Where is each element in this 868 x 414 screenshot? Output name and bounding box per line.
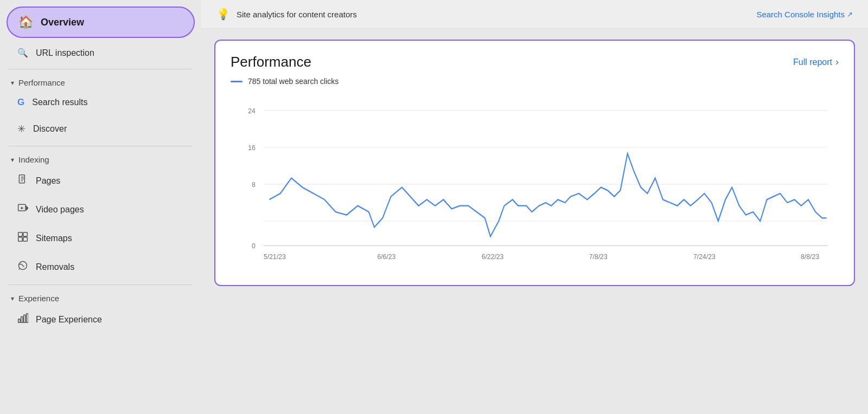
svg-text:8: 8 xyxy=(252,180,256,189)
sidebar-item-search-results[interactable]: G Search results xyxy=(7,90,195,114)
svg-text:6/6/23: 6/6/23 xyxy=(377,253,395,261)
video-pages-label: Video pages xyxy=(36,205,84,215)
svg-rect-7 xyxy=(18,232,23,237)
chevron-down-icon-2: ▾ xyxy=(11,156,14,164)
topbar-info: 💡 Site analytics for content creators xyxy=(216,8,357,21)
svg-text:5/21/23: 5/21/23 xyxy=(264,253,286,261)
page-experience-label: Page Experience xyxy=(36,315,102,325)
legend-line xyxy=(231,81,242,82)
sidebar-item-pages[interactable]: Pages xyxy=(7,167,195,194)
chevron-down-icon-3: ▾ xyxy=(11,295,14,302)
content-area: Performance Full report › 785 total web … xyxy=(201,29,868,414)
sidebar-item-removals[interactable]: Removals xyxy=(7,254,195,280)
sitemaps-icon xyxy=(17,231,28,245)
svg-text:7/24/23: 7/24/23 xyxy=(693,253,716,261)
section-header-performance[interactable]: ▾ Performance xyxy=(0,73,201,89)
sidebar-item-sitemaps[interactable]: Sitemaps xyxy=(7,225,195,251)
search-console-insights-link[interactable]: Search Console Insights ↗ xyxy=(756,10,853,19)
google-icon: G xyxy=(17,97,24,108)
search-icon: 🔍 xyxy=(17,48,28,58)
svg-rect-14 xyxy=(21,317,23,323)
legend-label: 785 total web search clicks xyxy=(248,77,339,86)
svg-rect-15 xyxy=(24,315,25,322)
svg-text:16: 16 xyxy=(248,143,256,152)
sidebar-item-overview[interactable]: 🏠 Overview xyxy=(7,7,195,38)
svg-text:6/22/23: 6/22/23 xyxy=(482,253,504,261)
pages-icon xyxy=(17,174,28,187)
insights-link-text: Search Console Insights xyxy=(756,10,845,19)
page-experience-icon xyxy=(17,313,28,326)
divider-2 xyxy=(9,146,193,146)
full-report-link[interactable]: Full report › xyxy=(793,56,839,68)
home-icon: 🏠 xyxy=(18,15,33,29)
bulb-icon: 💡 xyxy=(216,8,230,21)
url-inspection-label: URL inspection xyxy=(36,48,94,58)
svg-rect-9 xyxy=(18,237,23,242)
sidebar-item-discover[interactable]: ✳ Discover xyxy=(7,117,195,141)
svg-rect-13 xyxy=(18,319,20,323)
discover-icon: ✳ xyxy=(17,123,25,135)
overview-label: Overview xyxy=(41,17,84,28)
full-report-text: Full report xyxy=(793,57,832,67)
chart-container: 24 16 8 0 5/21/23 6/6/23 6/22/23 7/8/23 … xyxy=(231,92,839,276)
external-link-icon: ↗ xyxy=(847,10,853,18)
sidebar-item-video-pages[interactable]: Video pages xyxy=(7,196,195,223)
performance-chart: 24 16 8 0 5/21/23 6/6/23 6/22/23 7/8/23 … xyxy=(231,92,839,276)
video-pages-icon xyxy=(17,203,28,216)
main-content: 💡 Site analytics for content creators Se… xyxy=(201,0,868,414)
svg-rect-16 xyxy=(27,314,28,323)
search-results-label: Search results xyxy=(32,98,87,107)
divider-3 xyxy=(9,284,193,285)
section-header-indexing[interactable]: ▾ Indexing xyxy=(0,150,201,166)
section-header-experience[interactable]: ▾ Experience xyxy=(0,288,201,305)
pages-label: Pages xyxy=(36,176,60,186)
indexing-section-label: Indexing xyxy=(18,155,49,164)
chevron-down-icon: ▾ xyxy=(11,79,14,87)
sitemaps-label: Sitemaps xyxy=(36,234,72,243)
svg-text:8/8/23: 8/8/23 xyxy=(801,253,819,261)
card-title: Performance xyxy=(231,54,311,70)
performance-card: Performance Full report › 785 total web … xyxy=(214,40,855,286)
svg-text:24: 24 xyxy=(248,106,256,115)
svg-marker-5 xyxy=(27,206,28,210)
sidebar: 🏠 Overview 🔍 URL inspection ▾ Performanc… xyxy=(0,0,201,414)
svg-rect-8 xyxy=(23,232,28,237)
card-header: Performance Full report › xyxy=(231,54,839,70)
experience-section-label: Experience xyxy=(18,294,59,303)
topbar-info-text: Site analytics for content creators xyxy=(237,10,357,19)
sidebar-item-page-experience[interactable]: Page Experience xyxy=(7,306,195,333)
svg-text:7/8/23: 7/8/23 xyxy=(589,253,608,261)
removals-icon xyxy=(17,260,28,274)
svg-text:0: 0 xyxy=(252,241,256,250)
svg-marker-6 xyxy=(21,207,24,210)
chart-legend: 785 total web search clicks xyxy=(231,77,839,86)
chevron-right-icon: › xyxy=(835,56,839,68)
topbar: 💡 Site analytics for content creators Se… xyxy=(201,0,868,29)
removals-label: Removals xyxy=(36,262,74,272)
svg-rect-10 xyxy=(23,237,28,242)
performance-section-label: Performance xyxy=(18,78,65,87)
sidebar-item-url-inspection[interactable]: 🔍 URL inspection xyxy=(7,41,195,64)
discover-label: Discover xyxy=(33,124,67,134)
divider-1 xyxy=(9,69,193,69)
